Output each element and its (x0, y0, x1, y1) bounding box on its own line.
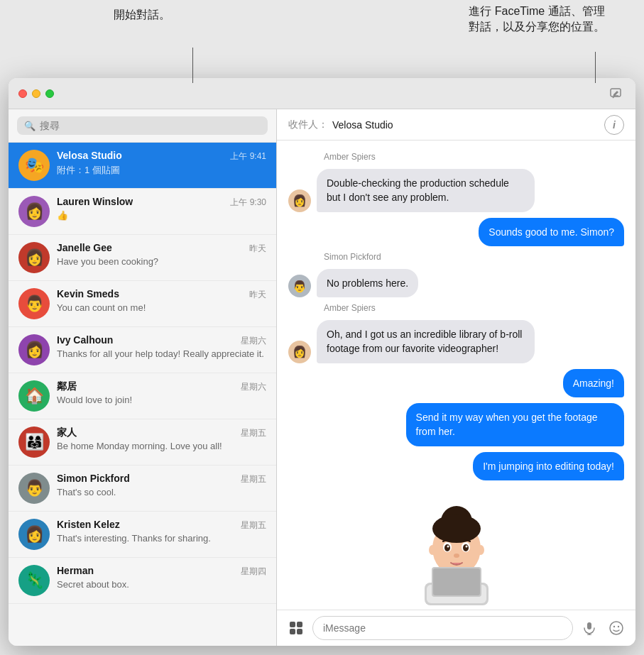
bubble-m1: Double-checking the production schedule … (317, 169, 535, 212)
callout-right-text: 進行 FaceTime 通話、管理對話，以及分享您的位置。 (469, 4, 605, 35)
audio-button[interactable] (579, 617, 600, 639)
conv-name-velosa: Velosa Studio (57, 150, 122, 161)
conv-time-simon: 星期五 (241, 473, 266, 485)
conv-item-family[interactable]: 👨‍👩‍👧家人星期五Be home Monday morning. Love y… (9, 419, 276, 466)
avatar-velosa: 🎭 (18, 150, 50, 181)
avatar-herman: 🦎 (18, 565, 50, 596)
conv-item-janelle[interactable]: 👩Janelle Gee昨天Have you been cooking? (9, 235, 276, 281)
svg-point-13 (454, 554, 459, 558)
svg-point-10 (463, 544, 469, 551)
svg-point-28 (618, 626, 619, 627)
svg-rect-20 (297, 622, 302, 627)
svg-rect-19 (290, 622, 295, 627)
avatar-janelle: 👩 (18, 242, 50, 273)
message-row-m5: Amazing! (288, 369, 624, 397)
svg-rect-18 (433, 568, 480, 595)
conv-time-kristen: 星期五 (241, 519, 266, 532)
conv-preview-lauren: 👍 (57, 210, 266, 221)
chat-input-bar (277, 610, 635, 646)
svg-point-26 (610, 622, 623, 634)
conv-item-kristen[interactable]: 👩Kristen Kelez星期五That's interesting. Tha… (9, 512, 276, 558)
conv-preview-family: Be home Monday morning. Love you all! (57, 441, 266, 451)
sidebar: 🔍 🎭Velosa Studio上午 9:41附件：1 個貼圖👩Lauren W… (9, 109, 277, 646)
svg-point-6 (477, 545, 484, 555)
svg-point-9 (444, 544, 450, 551)
conv-preview-kevin: You can count on me! (57, 302, 266, 313)
minimize-button[interactable] (32, 89, 40, 98)
conv-item-kevin[interactable]: 👨Kevin Smeds昨天You can count on me! (9, 281, 276, 327)
avatar-family: 👨‍👩‍👧 (18, 426, 50, 458)
conversation-list: 🎭Velosa Studio上午 9:41附件：1 個貼圖👩Lauren Win… (9, 143, 276, 646)
conv-preview-ivy: Thanks for all your help today! Really a… (57, 348, 266, 359)
svg-rect-21 (290, 629, 295, 634)
sender-label-m4: Amber Spiers (324, 303, 624, 313)
bubble-m4: Oh, and I got us an incredible library o… (317, 320, 535, 363)
conv-name-kevin: Kevin Smeds (57, 288, 119, 299)
bubble-m7: I'm jumping into editing today! (473, 452, 624, 480)
svg-point-5 (429, 545, 436, 555)
main-content: 🔍 🎭Velosa Studio上午 9:41附件：1 個貼圖👩Lauren W… (9, 109, 635, 646)
message-row-m3: 👨No problems here. (288, 269, 624, 297)
search-bar: 🔍 (9, 109, 276, 143)
fullscreen-button[interactable] (45, 89, 54, 98)
memoji-figure (407, 492, 506, 605)
conv-preview-neighbor: Would love to join! (57, 395, 266, 405)
conv-preview-kristen: That's interesting. Thanks for sharing. (57, 533, 266, 544)
app-store-button[interactable] (285, 617, 307, 639)
avatar-kristen: 👩 (18, 519, 50, 550)
chat-header: 收件人： Velosa Studio i (277, 109, 635, 141)
msg-avatar-m3: 👨 (288, 275, 311, 297)
conv-preview-herman: Secret about box. (57, 579, 266, 590)
sender-label-m1: Amber Spiers (324, 152, 624, 162)
compose-button[interactable] (606, 84, 626, 104)
conv-preview-velosa: 附件：1 個貼圖 (57, 164, 266, 177)
msg-avatar-m1: 👩 (288, 189, 311, 212)
chat-area: 收件人： Velosa Studio i Amber Spiers👩Double… (277, 109, 635, 646)
conv-time-neighbor: 星期六 (241, 381, 266, 393)
svg-rect-23 (587, 622, 591, 629)
conv-item-herman[interactable]: 🦎Herman星期四Secret about box. (9, 558, 276, 604)
bubble-m5: Amazing! (563, 369, 624, 397)
conv-preview-janelle: Have you been cooking? (57, 256, 266, 267)
conv-time-family: 星期五 (241, 427, 266, 439)
app-window: 🔍 🎭Velosa Studio上午 9:41附件：1 個貼圖👩Lauren W… (9, 78, 635, 646)
conv-time-lauren: 上午 9:30 (230, 197, 266, 209)
title-bar (9, 78, 635, 109)
svg-point-27 (613, 626, 615, 627)
message-row-m6: Send it my way when you get the footage … (288, 403, 624, 446)
msg-avatar-m4: 👩 (288, 341, 311, 363)
conv-time-kevin: 昨天 (249, 289, 266, 301)
svg-rect-22 (297, 629, 302, 634)
traffic-lights (18, 89, 54, 98)
recipient-label: 收件人： (288, 119, 328, 131)
conv-time-janelle: 昨天 (249, 243, 266, 255)
imessage-input[interactable] (312, 616, 573, 640)
emoji-button[interactable] (606, 617, 627, 639)
bubble-m2: Sounds good to me. Simon? (479, 218, 624, 246)
avatar-lauren: 👩 (18, 196, 50, 227)
conv-item-ivy[interactable]: 👩Ivy Calhoun星期六Thanks for all your help … (9, 327, 276, 373)
conv-preview-simon: That's so cool. (57, 487, 266, 497)
avatar-kevin: 👨 (18, 288, 50, 319)
search-input[interactable] (40, 120, 261, 131)
recipient-name: Velosa Studio (332, 119, 604, 131)
memoji-area (288, 486, 624, 610)
info-button[interactable]: i (604, 115, 624, 135)
bubble-m6: Send it my way when you get the footage … (406, 403, 624, 446)
conv-name-neighbor: 鄰居 (57, 380, 77, 393)
svg-point-12 (465, 545, 467, 547)
conv-time-herman: 星期四 (241, 566, 266, 578)
conv-name-lauren: Lauren Winslow (57, 196, 133, 207)
conv-item-simon[interactable]: 👨Simon Pickford星期五That's so cool. (9, 466, 276, 512)
search-wrapper: 🔍 (17, 116, 268, 135)
bubble-m3: No problems here. (317, 269, 418, 297)
conv-item-neighbor[interactable]: 🏠鄰居星期六Would love to join! (9, 373, 276, 419)
close-button[interactable] (18, 89, 27, 98)
conv-item-velosa[interactable]: 🎭Velosa Studio上午 9:41附件：1 個貼圖 (9, 143, 276, 189)
search-icon: 🔍 (24, 121, 36, 131)
message-row-m2: Sounds good to me. Simon? (288, 218, 624, 246)
conv-name-kristen: Kristen Kelez (57, 519, 120, 530)
sender-label-m3: Simon Pickford (324, 252, 624, 262)
messages-area: Amber Spiers👩Double-checking the product… (277, 141, 635, 610)
conv-item-lauren[interactable]: 👩Lauren Winslow上午 9:30👍 (9, 189, 276, 235)
